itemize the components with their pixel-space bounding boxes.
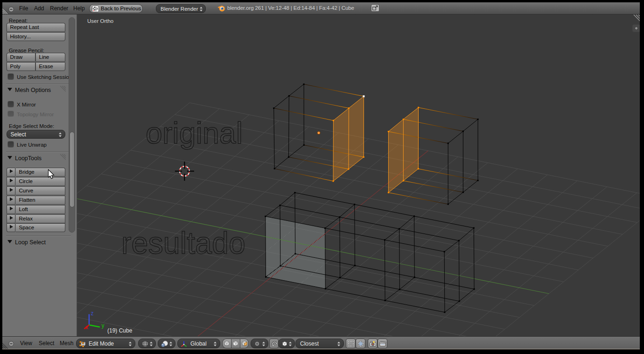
svg-text:(19) Cube: (19) Cube — [107, 327, 133, 334]
svg-text:z: z — [91, 310, 93, 317]
svg-text:original: original — [146, 116, 243, 150]
svg-text:x: x — [85, 324, 88, 331]
svg-text:resultado: resultado — [121, 225, 245, 260]
svg-text:y: y — [101, 322, 104, 329]
svg-text:User Ortho: User Ortho — [87, 18, 113, 24]
